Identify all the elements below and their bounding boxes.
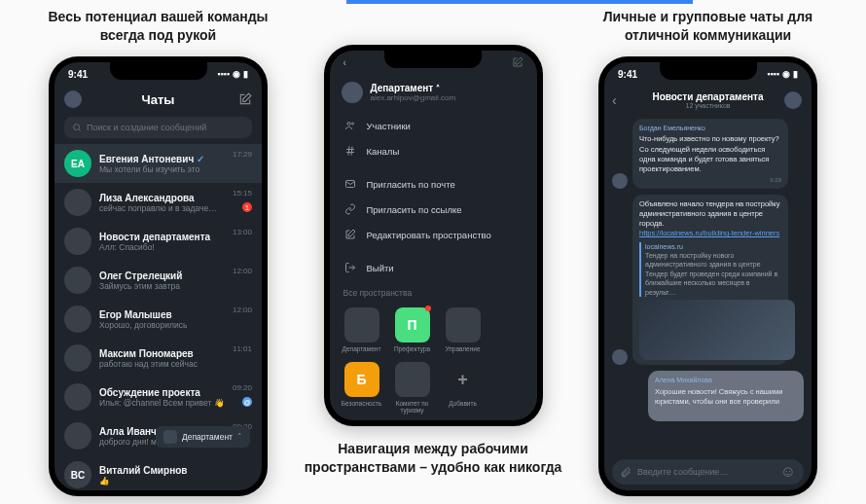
chat-row[interactable]: Олег СтрелецкийЗаймусь этим завтра12:00 [54,261,262,300]
phone-1: 9:41 ▪▪▪▪ ◉ ▮ Чаты Поиск и создание сооб… [49,56,268,496]
profile-avatar[interactable] [64,90,82,108]
message[interactable]: Объявлено начало тендера на постройку ад… [612,195,804,365]
compose-icon[interactable] [512,56,523,68]
chat-preview: Мы хотели бы изучить это [99,164,252,174]
link-preview[interactable]: localnews.ruТендер на постройку нового а… [639,242,781,298]
image-attachment[interactable] [639,300,795,360]
back-icon[interactable]: ‹ [612,92,617,108]
space-tile[interactable]: +Добавить [443,362,484,414]
compose-icon[interactable] [238,92,252,106]
conversation-title: Новости департамента [652,91,763,102]
space-name: Департамент [343,345,381,352]
message[interactable]: Алена МихайловаХорошие новости! Свяжусь … [612,371,804,421]
drawer-header[interactable]: Департамент˄ alex.arhipov@gmail.com [330,74,537,109]
avatar [612,173,628,189]
chat-preview: 👍 [99,476,252,486]
chat-row[interactable]: Обсуждение проектаИлья: @channel Всем пр… [54,378,262,416]
svg-point-1 [347,123,350,126]
chat-name: Максим Пономарев [99,348,252,359]
space-tile[interactable]: ББезопасность [342,362,382,414]
menu-label: Пригласить по почте [367,179,455,190]
chat-name: Обсуждение проекта [99,387,252,398]
wifi-icon: ◉ [233,69,240,79]
spaces-grid: ДепартаментППрефектураУправлениеББезопас… [330,302,537,419]
menu-label: Редактировать пространство [367,230,491,240]
chat-time: 15:15 [233,189,252,198]
workspace-avatar [342,82,363,103]
space-toast[interactable]: Департамент ˄ [156,426,250,448]
space-thumb: + [446,362,481,397]
avatar [64,189,91,216]
chat-row[interactable]: Новости департаментаАлл: Спасибо!13:00 [54,222,262,261]
space-name: Добавить [449,400,477,407]
message[interactable]: Богдан ЕмельяненкоЧто-нибудь известно по… [612,119,804,189]
space-tile[interactable]: Департамент [342,307,382,352]
chat-row[interactable]: Лиза Александровасейчас поправлю и в зад… [54,183,262,222]
menu-label: Участники [367,121,411,131]
chat-name: Новости департамента [99,232,252,242]
edit-icon [343,229,357,240]
chat-time: 17:29 [233,150,252,159]
mail-icon [343,178,357,190]
space-tile[interactable]: ППрефектура [392,307,433,352]
chat-row[interactable]: BCВиталий Смирнов👍 [54,455,262,490]
drawer-menu: УчастникиКаналыПригласить по почтеПригла… [330,109,537,284]
battery-icon: ▮ [793,69,798,79]
workspace-title: Департамент [371,83,434,93]
avatar [64,267,91,294]
status-time: 9:41 [618,69,637,80]
emoji-icon[interactable]: ☺ [780,463,796,481]
caption-2: Навигация между рабочими пространствами … [305,440,562,477]
status-time: 9:41 [68,69,88,80]
chat-list-header: Чаты [54,86,262,113]
message-text: Хорошие новости! Свяжусь с нашими юриста… [655,387,797,407]
sender-name: Богдан Емельяненко [639,124,781,132]
chat-name: Лиза Александрова [99,193,252,203]
sender-name: Алена Михайлова [655,376,797,384]
menu-item-edit[interactable]: Редактировать пространство [330,222,537,247]
signal-icon: ▪▪▪▪ [767,69,779,79]
message-input[interactable]: Введите сообщение… ☺ [612,459,804,485]
workspace-email: alex.arhipov@gmail.com [371,93,456,102]
attach-icon[interactable] [620,466,631,478]
chat-row[interactable]: Максим Пономаревработаю над этим сейчас1… [54,339,262,378]
chat-preview: Хорошо, договорились [99,320,252,330]
chat-preview: Илья: @channel Всем привет 👋 [99,398,252,408]
space-name: Управление [445,345,480,352]
search-placeholder: Поиск и создание сообщений [87,123,206,132]
avatar: EA [64,150,91,177]
message-placeholder: Введите сообщение… [637,467,775,477]
space-tile[interactable]: Комитет по туризму [392,362,433,414]
phone-2: ‹ Чаты Департамент˄ alex.arhipov@gmail.c… [324,45,543,426]
users-icon [343,120,357,131]
avatar [64,344,91,372]
conversation-avatar[interactable] [784,91,802,109]
message-link[interactable]: https://localnews.ru/building-tender-win… [639,229,781,238]
menu-item-link[interactable]: Пригласить по ссылке [330,197,537,222]
message-text: Объявлено начало тендера на постройку ад… [639,199,781,229]
menu-label: Выйти [367,263,394,273]
phone-3: 9:41 ▪▪▪▪ ◉ ▮ ‹ Новости департамента 12 … [598,56,817,496]
space-thumb [446,307,481,342]
back-icon[interactable]: ‹ [343,57,346,68]
menu-item-mail[interactable]: Пригласить по почте [330,171,537,197]
chevron-up-icon: ˄ [436,84,440,92]
menu-item-users[interactable]: Участники [330,113,537,138]
chat-preview: сейчас поправлю и в задаче… [99,203,252,213]
menu-item-hash[interactable]: Каналы [330,138,537,163]
conversation-header[interactable]: ‹ Новости департамента 12 участников [604,86,812,115]
wifi-icon: ◉ [782,69,790,79]
chat-time: 12:00 [233,267,252,275]
search-input[interactable]: Поиск и создание сообщений [64,117,252,138]
space-tile[interactable]: Управление [443,307,484,352]
space-name: Комитет по туризму [392,400,433,414]
menu-item-exit[interactable]: Выйти [330,255,537,280]
chat-row[interactable]: EAЕвгения Антоневич✓Мы хотели бы изучить… [54,144,262,183]
chat-row[interactable]: Егор МалышевХорошо, договорились12:00 [54,300,262,339]
chat-name: Олег Стрелецкий [99,270,252,281]
caption-3: Личные и групповые чаты для отличной ком… [579,8,837,45]
message-time: 9:28 [639,176,781,184]
space-thumb-icon [163,430,177,444]
svg-point-2 [351,123,353,125]
page-title: Чаты [142,92,175,107]
